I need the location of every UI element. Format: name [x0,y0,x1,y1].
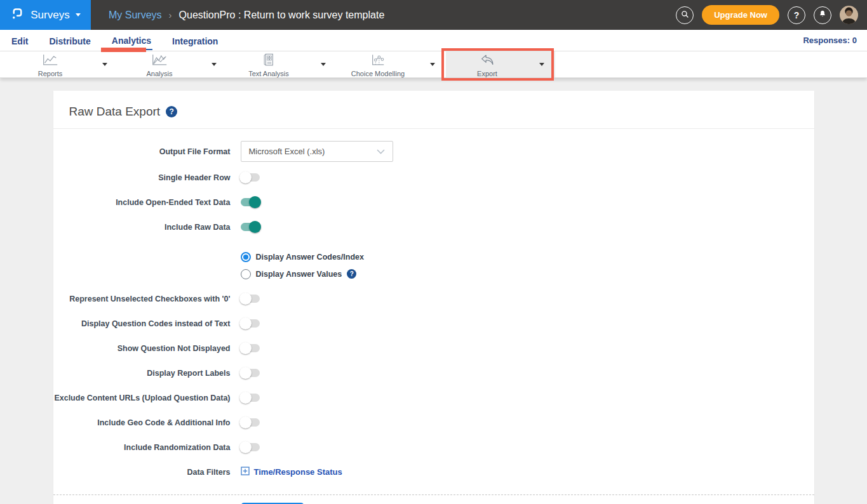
caret-down-icon [321,63,326,66]
toolbar-group-export: Export [446,51,555,77]
surveys-product-menu[interactable]: Surveys [0,0,91,30]
app-header: Surveys My Surveys › QuestionPro : Retur… [0,0,867,30]
tab-distribute[interactable]: Distribute [48,32,91,50]
selected-option: Microsoft Excel (.xls) [249,147,325,156]
toolbar-label: Text Analysis [248,70,289,77]
radio-label: Display Answer Values [256,270,342,279]
export-button[interactable]: Export [446,51,528,77]
chevron-down-icon [76,13,81,17]
output-file-format-select[interactable]: Microsoft Excel (.xls) [241,141,393,162]
display-answer-codes-row: Display Answer Codes/Index [53,248,814,265]
field-label: Represent Unselected Checkboxes with '0' [53,295,241,303]
notifications-button[interactable] [814,6,831,24]
choice-modelling-dropdown-caret[interactable] [419,51,446,77]
display-answer-values-help-icon[interactable]: ? [347,269,356,279]
questionpro-logo-icon [10,6,25,24]
single-header-row-row: Single Header Row [53,165,814,190]
toolbar-group-analysis: Analysis [118,51,227,77]
panel-title: Raw Data Export [69,105,161,119]
search-button[interactable] [676,6,694,24]
analysis-button[interactable]: Analysis [118,51,201,77]
export-arrow-icon [479,53,495,69]
include-raw-data-toggle[interactable] [241,223,260,231]
caret-down-icon [539,63,544,66]
analytics-toolbar: Reports Analysis Text Analysis Choice Mo… [0,51,867,78]
tab-edit[interactable]: Edit [10,32,29,50]
question-codes-toggle[interactable] [241,319,260,328]
caret-down-icon [212,63,217,66]
analysis-chart-icon [151,53,168,69]
toolbar-group-reports: Reports [9,51,118,77]
toggle-knob [239,441,252,453]
breadcrumb: My Surveys › QuestionPro : Return to wor… [109,10,384,21]
raw-data-export-help-icon[interactable]: ? [166,106,177,117]
field-label: Include Randomization Data [53,443,241,452]
display-answer-codes-radio[interactable] [241,252,251,262]
toolbar-label: Export [477,70,497,77]
field-label: Include Raw Data [53,223,241,232]
unselected-checkboxes-row: Represent Unselected Checkboxes with '0' [53,286,814,311]
radio-label: Display Answer Codes/Index [256,253,364,262]
reports-button[interactable]: Reports [9,51,91,77]
question-not-displayed-toggle[interactable] [241,344,260,352]
text-analysis-icon [262,53,276,69]
display-answer-values-row: Display Answer Values ? [53,265,814,282]
question-codes-row: Display Question Codes instead of Text [53,311,814,336]
bell-icon [817,9,828,21]
randomization-data-row: Include Randomization Data [53,435,814,460]
exclude-content-urls-toggle[interactable] [241,394,260,402]
tab-integration[interactable]: Integration [171,32,219,50]
toggle-knob [239,416,252,428]
field-label: Show Question Not Displayed [53,344,241,353]
panel-header: Raw Data Export ? [53,91,814,129]
caret-down-icon [102,63,107,66]
tab-analytics[interactable]: Analytics [111,31,152,50]
user-avatar[interactable] [840,6,858,24]
analysis-dropdown-caret[interactable] [201,51,227,77]
plus-square-icon [241,467,250,478]
field-label: Include Geo Code & Additional Info [53,418,241,427]
header-actions: Upgrade Now ? [676,5,867,25]
include-open-ended-text-data-row: Include Open-Ended Text Data [53,190,814,215]
reports-chart-icon [41,53,59,69]
survey-title: QuestionPro : Return to work survey temp… [179,10,385,21]
breadcrumb-separator: › [169,10,172,20]
output-file-format-row: Output File Format Microsoft Excel (.xls… [53,135,814,165]
single-header-row-toggle[interactable] [241,173,260,182]
time-response-status-link[interactable]: Time/Response Status [241,467,342,478]
raw-data-export-panel: Raw Data Export ? Output File Format Mic… [53,91,814,504]
upgrade-now-button[interactable]: Upgrade Now [702,5,779,25]
include-raw-data-row: Include Raw Data [53,215,814,239]
field-label: Data Filters [53,468,241,477]
include-open-ended-text-data-toggle[interactable] [241,198,260,206]
report-labels-row: Display Report Labels [53,361,814,385]
toggle-knob [239,317,252,329]
toolbar-group-choice-modelling: Choice Modelling [337,51,446,77]
help-button[interactable]: ? [788,6,805,24]
toolbar-label: Analysis [147,70,173,77]
exclude-content-urls-row: Exclude Content URLs (Upload Question Da… [53,385,814,410]
toggle-knob [239,171,252,183]
report-labels-toggle[interactable] [241,369,260,377]
toggle-knob [239,367,252,379]
export-dropdown-caret[interactable] [528,51,555,77]
choice-modelling-button[interactable]: Choice Modelling [337,51,419,77]
toggle-knob [239,342,252,354]
geo-code-row: Include Geo Code & Additional Info [53,410,814,435]
breadcrumb-my-surveys[interactable]: My Surveys [109,10,162,21]
field-label: Include Open-Ended Text Data [53,198,241,207]
question-not-displayed-row: Show Question Not Displayed [53,336,814,361]
toggle-knob [239,293,252,305]
reports-dropdown-caret[interactable] [91,51,118,77]
text-analysis-dropdown-caret[interactable] [310,51,337,77]
display-answer-values-radio[interactable] [241,269,251,279]
chevron-down-icon [377,147,385,156]
toggle-knob [249,221,261,233]
geo-code-toggle[interactable] [241,418,260,427]
text-analysis-button[interactable]: Text Analysis [227,51,310,77]
randomization-data-toggle[interactable] [241,443,260,451]
toolbar-label: Reports [38,70,63,77]
unselected-checkboxes-toggle[interactable] [241,295,260,303]
search-icon [680,9,690,22]
field-label: Output File Format [53,147,241,156]
